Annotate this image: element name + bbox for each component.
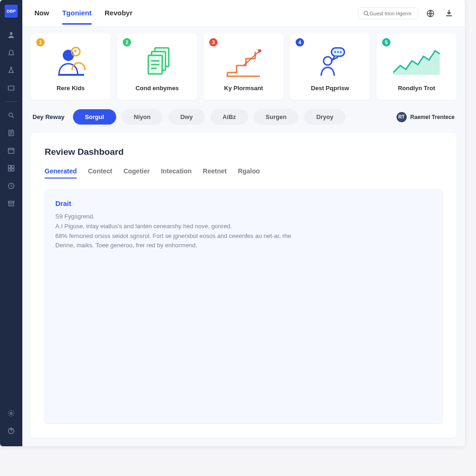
pill-dryoy[interactable]: Dryoy	[304, 109, 345, 125]
subtab-contect[interactable]: Contect	[88, 167, 112, 178]
top-nav: Now Tgonient Revobyr	[22, 0, 465, 27]
pill-aibz[interactable]: AiBz	[211, 109, 248, 125]
svg-rect-4	[8, 148, 14, 153]
svg-rect-8	[12, 169, 14, 171]
panel-title: Review Dashboard	[45, 147, 443, 157]
card-number: 2	[123, 38, 131, 46]
author-name: Raemel Trentece	[410, 114, 455, 120]
nav-settings-icon[interactable]	[6, 408, 16, 418]
svg-point-27	[340, 51, 342, 53]
sidebar-separator	[5, 101, 17, 102]
app-shell: DBP Now Tgonient Revobyr	[0, 0, 465, 446]
svg-rect-6	[12, 165, 14, 168]
svg-point-26	[337, 51, 339, 53]
svg-point-11	[10, 412, 12, 414]
nav-flask-icon[interactable]	[6, 65, 16, 75]
card-dest-pqprisw[interactable]: 4 Dest Pqprisw	[290, 33, 370, 100]
pill-niyon[interactable]: Niyon	[122, 109, 163, 125]
card-number: 1	[36, 38, 45, 46]
nav-help-icon[interactable]	[6, 426, 16, 436]
tab-now[interactable]: Now	[34, 2, 49, 25]
svg-rect-1	[8, 86, 14, 90]
card-rere-kids[interactable]: 1 Rere Kids	[31, 33, 111, 100]
card-title: Dest Pqprisw	[311, 85, 349, 92]
nav-box-icon[interactable]	[6, 83, 16, 93]
review-panel: Review Dashboard Generated Contect Coget…	[31, 133, 456, 438]
card-title: Cond enbymes	[135, 85, 178, 92]
nav-search-icon[interactable]	[6, 110, 16, 120]
pill-dwy[interactable]: Dwy	[168, 109, 205, 125]
people-icon	[36, 40, 105, 82]
category-cards: 1 Rere Kids 2	[22, 27, 465, 105]
card-rondlyn-trot[interactable]: 5 Rondlyn Trot	[377, 33, 456, 100]
main-column: Now Tgonient Revobyr 1	[22, 0, 465, 446]
nav-grid-icon[interactable]	[6, 163, 16, 173]
sidebar: DBP	[0, 0, 22, 446]
pill-surgen[interactable]: Surgen	[254, 109, 299, 125]
card-ky-plormsant[interactable]: 3 Ky Plormsant	[204, 33, 284, 100]
search-icon	[363, 10, 370, 17]
subtab-generated[interactable]: Generated	[45, 167, 77, 178]
top-tabs: Now Tgonient Revobyr	[34, 2, 132, 25]
svg-rect-10	[8, 201, 14, 203]
app-logo[interactable]: DBP	[5, 5, 18, 18]
tab-tgonient[interactable]: Tgonient	[62, 2, 92, 25]
svg-rect-18	[58, 74, 84, 76]
filter-label: Dey Reway	[33, 113, 65, 120]
download-icon[interactable]	[443, 7, 456, 20]
files-icon	[123, 40, 192, 82]
trend-chart-icon	[382, 40, 451, 82]
search-input[interactable]	[370, 11, 411, 16]
draft-line: 68% fernoned orsiss seidot sgnsrol. Fort…	[55, 231, 297, 251]
nav-calendar-icon[interactable]	[6, 145, 16, 156]
draft-document: Drait S9 Fygsgrend. A.I Pigose, inlay ei…	[45, 190, 443, 424]
card-title: Rondlyn Trot	[398, 85, 435, 92]
svg-point-0	[10, 32, 13, 35]
draft-heading: Drait	[55, 199, 432, 207]
card-title: Ky Plormsant	[224, 85, 263, 92]
stairs-icon	[209, 40, 278, 82]
nav-person-icon[interactable]	[6, 30, 16, 40]
subtab-intecation[interactable]: Intecation	[161, 167, 192, 178]
filter-row: Dey Reway Sorgul Niyon Dwy AiBz Surgen D…	[22, 105, 465, 133]
card-number: 3	[209, 38, 218, 46]
nav-clock-icon[interactable]	[6, 181, 16, 191]
avatar: RT	[397, 112, 407, 122]
globe-icon[interactable]	[424, 7, 437, 20]
card-title: Rere Kids	[57, 85, 85, 92]
svg-point-23	[324, 57, 332, 65]
svg-rect-7	[8, 169, 11, 171]
chat-person-icon	[296, 40, 364, 82]
card-cond-enbymes[interactable]: 2 Cond enbymes	[117, 33, 197, 100]
subtab-rgaloo[interactable]: Rgaloo	[238, 167, 260, 178]
nav-doc-icon[interactable]	[6, 128, 16, 138]
svg-rect-5	[8, 165, 11, 168]
card-number: 5	[382, 38, 390, 46]
pill-sorgul[interactable]: Sorgul	[73, 109, 116, 125]
panel-subtabs: Generated Contect Cogetier Intecation Re…	[45, 167, 443, 178]
svg-point-25	[334, 51, 336, 53]
draft-line: A.I Pigose, inlay eiatlus's and lanten c…	[55, 222, 297, 231]
search-box[interactable]	[358, 7, 418, 20]
subtab-reetnet[interactable]: Reetnet	[203, 167, 226, 178]
author-chip[interactable]: RT Raemel Trentece	[397, 112, 455, 122]
tab-revobyr[interactable]: Revobyr	[105, 2, 132, 25]
svg-point-2	[9, 113, 13, 117]
svg-point-17	[74, 50, 77, 53]
nav-archive-icon[interactable]	[6, 198, 16, 209]
card-number: 4	[296, 38, 304, 46]
nav-bell-icon[interactable]	[6, 47, 16, 58]
svg-point-13	[364, 11, 368, 15]
draft-line: S9 Fygsgrend.	[55, 212, 297, 222]
subtab-cogetier[interactable]: Cogetier	[123, 167, 150, 178]
